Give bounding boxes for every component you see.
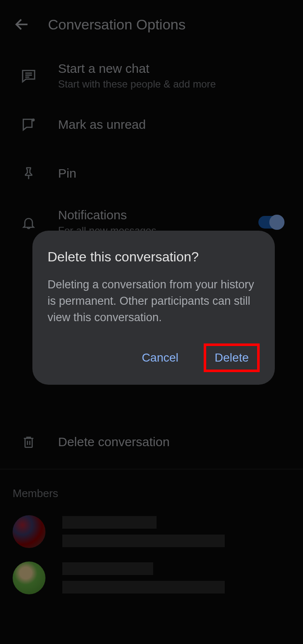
dialog-title: Delete this conversation? [48,249,260,265]
dialog-body: Deleting a conversation from your histor… [48,277,260,326]
delete-dialog: Delete this conversation? Deleting a con… [32,231,275,385]
delete-button[interactable]: Delete [215,351,249,365]
highlight-box: Delete [204,343,260,372]
cancel-button[interactable]: Cancel [133,343,188,372]
dialog-actions: Cancel Delete [48,343,260,372]
